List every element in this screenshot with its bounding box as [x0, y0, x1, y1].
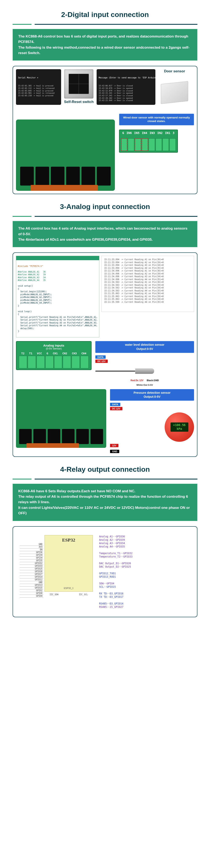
analog-input-terminal-zoom: Analog inputs (0-5V Sensor) T2T1 VCCG CH… — [16, 341, 91, 370]
door-sensor-note: Wired door sensor with normally openand … — [119, 114, 194, 125]
esp32-pin-mapping: Analog A1--GPIO36Analog A2--GPIO39Analog… — [99, 535, 132, 609]
dc12v-tag: DC 12V — [95, 360, 108, 363]
data-tag: DATA — [95, 355, 106, 359]
esp32-left-pins: GND3V3ENGPI36GPI39GPI34GPI35GPIO32GPIO33… — [20, 543, 43, 597]
pressure-gauge: +100.56 kPa — [165, 412, 194, 442]
divider — [12, 24, 198, 25]
v12-tag: 12V — [110, 444, 119, 447]
pcb-main — [16, 120, 115, 191]
terminal-left: Serial Monitor × 15:42:01.301 -> key1 is… — [16, 69, 61, 105]
pressure-sensor-label: Pressure detection sensor Output:0-5V — [110, 389, 194, 401]
divider — [12, 479, 198, 479]
gnd-tag: GND — [110, 450, 119, 453]
gauge-unit: kPa — [170, 427, 188, 431]
self-reset-switch-label: Self-Reset switch — [64, 100, 94, 104]
dc12v-tag: DC 12V — [110, 407, 123, 410]
esp32-bottom-pins: IIC_SDA IIC_SCL — [45, 593, 93, 596]
section-4-title: 4-Relay output connection — [12, 465, 198, 473]
digital-input-terminal-zoom: G IN6 IN5 IN4 IN3 IN2 IN1 3 — [119, 130, 178, 153]
water-level-probe — [95, 366, 154, 377]
door-sensor-image — [161, 81, 188, 104]
serial-output: 15:11:33.094 -> Current Reading A1 on Pi… — [101, 256, 194, 312]
section-3-title: 3-Analog input connection — [12, 203, 198, 211]
pcb-main-small — [16, 389, 106, 448]
section-3-description: The A6 control box has 4 sets of Analog … — [12, 221, 198, 247]
section-4-description: KC868-A6 have 6 Sets Relay outputs.Each … — [12, 484, 198, 521]
door-sensor-label: Door sensor — [164, 69, 185, 73]
data-tag: DATA — [110, 403, 120, 406]
wire-color-legend: Red:Dc 12V Black:GND — [95, 379, 194, 381]
esp32-chip: ESP32 ESP32_1 — [45, 535, 93, 592]
section-2-diagram: Serial Monitor × 15:42:01.301 -> key1 is… — [12, 66, 198, 194]
section-3-diagram: #include "PCF8574.h" #define ANALOG_A1 3… — [12, 252, 198, 457]
water-level-sensor-label: water level detection sensor Output:0-5V — [95, 341, 194, 353]
gauge-value: +100.56 — [170, 423, 188, 427]
arduino-ide: #include "PCF8574.h" #define ANALOG_A1 3… — [16, 256, 99, 337]
section-2-description: The KC868-A6 control box has 6 sets of d… — [12, 29, 198, 61]
section-2-title: 2-Digital input connection — [12, 10, 198, 19]
self-reset-switch — [64, 69, 94, 98]
terminal-right: Message (Enter to send message to 'ESP A… — [97, 69, 155, 105]
section-4-diagram: GND3V3ENGPI36GPI39GPI34GPI35GPIO32GPIO33… — [12, 526, 198, 617]
divider — [12, 216, 198, 217]
